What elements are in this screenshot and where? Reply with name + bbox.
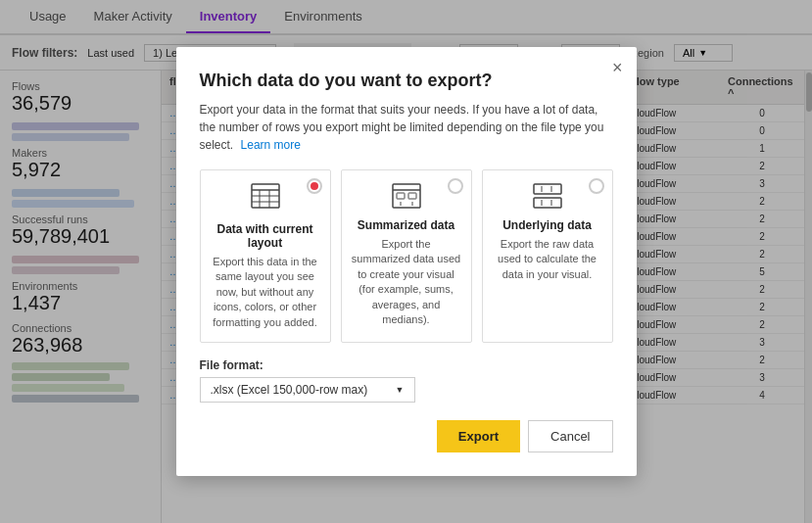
modal-title: Which data do you want to export?	[200, 71, 613, 91]
learn-more-link[interactable]: Learn more	[241, 138, 301, 152]
summarized-title: Summarized data	[352, 218, 461, 232]
underlying-icon	[493, 182, 602, 213]
radio-current[interactable]	[307, 178, 322, 194]
svg-rect-13	[534, 198, 561, 208]
option-summarized[interactable]: Summarized data Export the summarized da…	[341, 169, 472, 343]
file-format-value: .xlsx (Excel 150,000-row max)	[211, 383, 368, 397]
modal-dialog: × Which data do you want to export? Expo…	[176, 47, 637, 476]
export-options: Data with current layout Export this dat…	[200, 169, 613, 343]
file-format-label: File format:	[200, 358, 613, 372]
modal-overlay: × Which data do you want to export? Expo…	[0, 0, 812, 523]
option-underlying[interactable]: Underlying data Export the raw data used…	[482, 169, 613, 343]
summarized-icon	[352, 182, 461, 213]
modal-close-button[interactable]: ×	[612, 59, 623, 76]
file-format-section: File format: .xlsx (Excel 150,000-row ma…	[200, 358, 613, 403]
modal-description: Export your data in the format that suit…	[200, 101, 613, 154]
svg-rect-12	[534, 184, 561, 194]
current-layout-desc: Export this data in the same layout you …	[211, 255, 320, 330]
summarized-desc: Export the summarized data used to creat…	[352, 237, 461, 327]
svg-rect-8	[397, 193, 405, 199]
current-layout-icon	[211, 182, 320, 216]
svg-rect-9	[408, 193, 416, 199]
export-button[interactable]: Export	[437, 420, 520, 452]
radio-summarized[interactable]	[448, 178, 463, 194]
underlying-title: Underlying data	[493, 218, 602, 232]
current-layout-title: Data with current layout	[211, 222, 320, 250]
chevron-down-file-icon: ▼	[396, 385, 405, 395]
option-current-layout[interactable]: Data with current layout Export this dat…	[200, 169, 331, 343]
modal-footer: Export Cancel	[200, 420, 613, 452]
file-format-dropdown[interactable]: .xlsx (Excel 150,000-row max) ▼	[200, 377, 415, 403]
cancel-button[interactable]: Cancel	[528, 420, 612, 452]
radio-underlying[interactable]	[589, 178, 604, 194]
underlying-desc: Export the raw data used to calculate th…	[493, 237, 602, 282]
